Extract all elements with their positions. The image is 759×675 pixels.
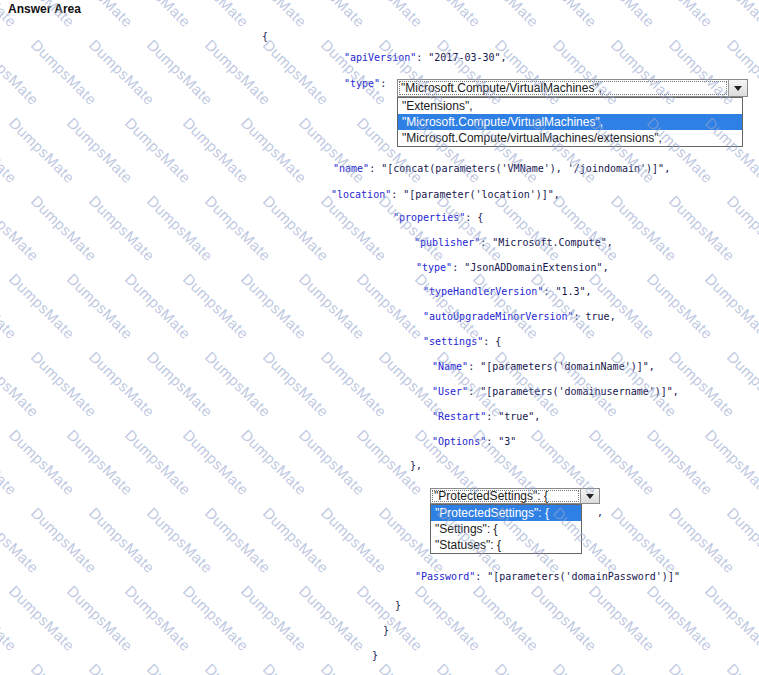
code-line: "Restart": "true", [432,411,540,423]
json-punctuation: : [380,78,386,89]
json-key: "User" [432,386,468,397]
json-punctuation: : [416,52,428,63]
type-dropdown-value[interactable]: "Microsoft.Compute/VirtualMachines", [398,80,728,96]
json-punctuation: : [468,361,480,372]
json-punctuation: }, [410,460,422,471]
json-punctuation: { [262,31,268,42]
code-line: "Name": "[parameters('domainName')]", [432,361,655,373]
dropdown-option[interactable]: "Extensions", [398,98,742,114]
json-punctuation: : [486,436,498,447]
json-punctuation: : [452,262,464,273]
type-dropdown-button[interactable] [728,80,747,96]
protected-settings-dropdown[interactable]: "ProtectedSettings": { [430,488,600,504]
code-line: } [395,600,401,612]
code-line: "publisher": "Microsoft.Compute", [414,237,613,249]
json-key: "settings" [423,336,483,347]
json-punctuation: : [369,163,381,174]
json-punctuation: : [475,571,487,582]
json-value: "JsonADDomainExtension", [464,262,609,273]
json-punctuation: : { [483,336,501,347]
dropdown-option[interactable]: "Microsoft.Compute/virtualMachines/exten… [398,130,742,146]
code-line: "apiVersion": "2017-03-30", [344,52,507,64]
protected-settings-dropdown-value[interactable]: "ProtectedSettings": { [431,489,580,503]
code-line: "typeHandlerVersion": "1.3", [423,286,592,298]
json-key: "location" [331,189,391,200]
json-punctuation: } [372,650,378,661]
type-dropdown-list: "Extensions","Microsoft.Compute/VirtualM… [397,97,743,147]
code-line: "type": "JsonADDomainExtension", [416,262,609,274]
json-key: "properties" [393,212,465,223]
protected-settings-dropdown-button[interactable] [580,489,599,503]
type-dropdown[interactable]: "Microsoft.Compute/VirtualMachines", [397,79,748,97]
json-key: "publisher" [414,237,480,248]
json-key: "Password" [415,571,475,582]
chevron-down-icon [586,494,594,499]
code-line: "type": [344,78,386,90]
json-punctuation: : [468,386,480,397]
json-key: "autoUpgradeMinorVersion" [423,311,574,322]
protected-settings-dropdown-list: "ProtectedSettings": {"Settings": {"Stat… [430,504,582,554]
json-punctuation: : [574,311,586,322]
json-key: "name" [333,163,369,174]
code-line: }, [410,460,422,472]
json-key: "Restart" [432,411,486,422]
json-key: "apiVersion" [344,52,416,63]
code-line: "Options": "3" [432,436,516,448]
code-line: } [383,625,389,637]
json-value: "[parameters('domainName')]", [480,361,655,372]
code-line: "location": "[parameter('location')]", [331,189,560,201]
json-key: "type" [416,262,452,273]
json-value: "2017-03-30", [428,52,506,63]
json-value: "[parameters('domainPassword')]" [487,571,680,582]
answer-area-panel: Answer Area {"apiVersion": "2017-03-30",… [0,0,759,675]
json-value: "[parameters('domainusername')]", [480,386,679,397]
json-value: "3" [498,436,516,447]
code-line: "settings": { [423,336,501,348]
json-key: "typeHandlerVersion" [423,286,543,297]
dropdown-option[interactable]: "Microsoft.Compute/VirtualMachines", [398,114,742,130]
json-punctuation: : [391,189,403,200]
json-value: "[parameter('location')]", [403,189,560,200]
json-key: "Name" [432,361,468,372]
code-line: "Password": "[parameters('domainPassword… [415,571,680,583]
json-value: "Microsoft.Compute", [492,237,612,248]
json-value: "true", [498,411,540,422]
code-line: "properties": { [393,212,483,224]
json-punctuation: : [543,286,555,297]
json-value: "1.3", [555,286,591,297]
code-line: "User": "[parameters('domainusername')]"… [432,386,679,398]
json-punctuation: : [486,411,498,422]
json-punctuation: } [395,600,401,611]
json-punctuation: : { [465,212,483,223]
json-punctuation: } [383,625,389,636]
json-key: "type" [344,78,380,89]
dropdown-option[interactable]: "Statuses": { [431,537,581,553]
json-punctuation: : [480,237,492,248]
json-value: true, [586,311,616,322]
code-line: } [372,650,378,662]
dropdown-option[interactable]: "ProtectedSettings": { [431,505,581,521]
code-line: { [262,31,268,43]
chevron-down-icon [734,86,742,91]
code-line: "autoUpgradeMinorVersion": true, [423,311,616,323]
json-value: "[concat(parameters('VMName'), '/joindom… [381,163,670,174]
dropdown-option[interactable]: "Settings": { [431,521,581,537]
json-punctuation: , [597,507,603,518]
code-line: "name": "[concat(parameters('VMName'), '… [333,163,670,175]
code-line: , [597,507,603,519]
json-key: "Options" [432,436,486,447]
